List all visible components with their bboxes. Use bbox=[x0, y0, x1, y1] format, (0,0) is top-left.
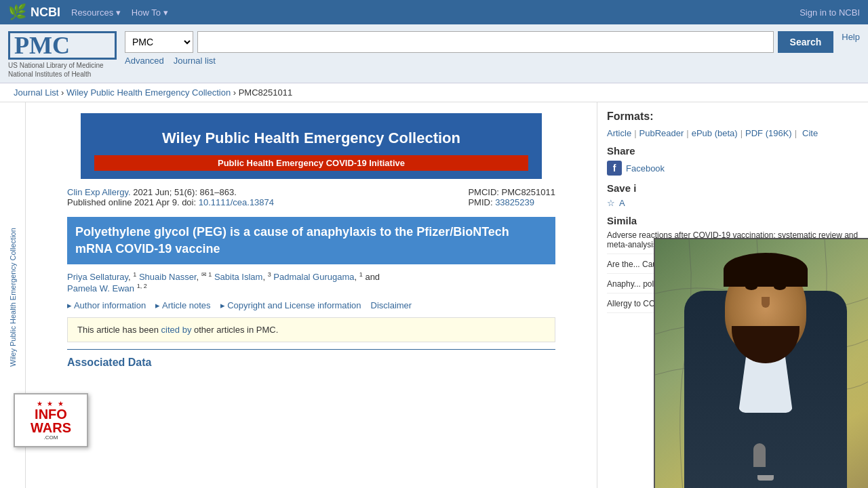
logo-subtitle: US National Library of Medicine National… bbox=[8, 61, 117, 79]
formats-label: Formats: bbox=[607, 110, 859, 123]
cited-by-link[interactable]: cited by bbox=[161, 325, 192, 335]
format-cite-link[interactable]: Cite bbox=[802, 128, 818, 138]
infowars-wars-text: WARS bbox=[31, 421, 71, 434]
share-facebook[interactable]: f Facebook bbox=[607, 161, 859, 176]
share-label: Share bbox=[607, 145, 859, 157]
author-priya[interactable]: Priya Sellaturay bbox=[67, 272, 128, 283]
formats-links: Article | PubReader | ePub (beta) | PDF … bbox=[607, 128, 859, 138]
save-label: Save i bbox=[607, 182, 859, 194]
author-padmalal[interactable]: Padmalal Gurugama bbox=[273, 272, 354, 283]
format-article-link[interactable]: Article bbox=[607, 128, 631, 138]
format-pubreader-link[interactable]: PubReader bbox=[639, 128, 684, 138]
facebook-icon: f bbox=[607, 161, 622, 176]
journal-list-link[interactable]: Journal list bbox=[174, 56, 216, 66]
site-header: PMC US National Library of Medicine Nati… bbox=[0, 24, 868, 83]
right-sidebar: Formats: Article | PubReader | ePub (bet… bbox=[597, 102, 868, 488]
author-list-1: Priya Sellaturay, 1 Shuaib Nasser, ✉ 1 S… bbox=[67, 271, 555, 282]
advanced-search-link[interactable]: Advanced bbox=[125, 56, 164, 66]
format-pdf-link[interactable]: PDF (196K) bbox=[745, 128, 792, 138]
ncbi-leaf-icon: 🌿 bbox=[8, 3, 26, 21]
article-metadata: Clin Exp Allergy. 2021 Jun; 51(6): 861–8… bbox=[67, 187, 555, 207]
associated-data-heading: Associated Data bbox=[67, 357, 555, 369]
article-content: Wiley Public Health Emergency Collection… bbox=[26, 102, 597, 488]
infowars-com-text: .COM bbox=[44, 434, 58, 441]
similar-articles-label: Simila bbox=[607, 215, 859, 226]
help-link[interactable]: Help bbox=[842, 32, 860, 42]
article-title: Polyethylene glycol (PEG) is a cause of … bbox=[67, 217, 555, 264]
authors: Priya Sellaturay, 1 Shuaib Nasser, ✉ 1 S… bbox=[67, 271, 555, 293]
article-links: Author information Article notes Copyrig… bbox=[67, 300, 555, 310]
logo-area: PMC US National Library of Medicine Nati… bbox=[8, 31, 117, 79]
infowars-info-text: INFO bbox=[35, 407, 67, 421]
main-content: Wiley Public Health Emergency Collection… bbox=[0, 102, 868, 488]
video-background bbox=[655, 239, 868, 488]
article-citation: Clin Exp Allergy. 2021 Jun; 51(6): 861–8… bbox=[67, 187, 274, 207]
ncbi-logo: 🌿 NCBI bbox=[8, 3, 60, 21]
author-sabita[interactable]: Sabita Islam bbox=[214, 272, 263, 283]
author-pamela[interactable]: Pamela W. Ewan bbox=[67, 283, 134, 293]
breadcrumb-pmcid: PMC8251011 bbox=[239, 87, 293, 98]
star-icon: ☆ bbox=[607, 198, 615, 208]
breadcrumb: Journal List › Wiley Public Health Emerg… bbox=[0, 83, 868, 102]
resources-nav[interactable]: Resources ▾ bbox=[71, 7, 121, 18]
article-notes-link[interactable]: Article notes bbox=[155, 300, 210, 310]
copyright-link[interactable]: Copyright and License information bbox=[220, 300, 361, 310]
sign-in-link[interactable]: Sign in to NCBI bbox=[800, 7, 860, 18]
journal-header-title: Wiley Public Health Emergency Collection bbox=[94, 129, 528, 147]
howto-nav[interactable]: How To ▾ bbox=[132, 7, 168, 18]
journal-header-image: Wiley Public Health Emergency Collection… bbox=[81, 113, 542, 179]
search-area: PMC PubMed Nucleotide Search Advanced Jo… bbox=[125, 31, 833, 66]
save-button[interactable]: ☆ A bbox=[607, 198, 859, 208]
infowars-logo-overlay: ★ ★ ★ INFO WARS .COM bbox=[14, 393, 88, 447]
doi-link[interactable]: 10.1111/cea.13874 bbox=[199, 197, 274, 207]
search-button[interactable]: Search bbox=[778, 31, 834, 53]
disclaimer-link[interactable]: Disclaimer bbox=[371, 300, 412, 310]
database-select[interactable]: PMC PubMed Nucleotide bbox=[125, 31, 193, 53]
search-input[interactable] bbox=[197, 31, 774, 53]
journal-abbr-link[interactable]: Clin Exp Allergy. bbox=[67, 187, 131, 197]
breadcrumb-journal-list[interactable]: Journal List bbox=[14, 87, 58, 98]
covid-banner: Public Health Emergency COVID-19 Initiat… bbox=[94, 155, 528, 171]
format-epub-link[interactable]: ePub (beta) bbox=[692, 128, 738, 138]
author-shuaib[interactable]: Shuaib Nasser bbox=[139, 272, 197, 283]
pmc-logo: PMC bbox=[8, 31, 117, 60]
cited-notice: This article has been cited by other art… bbox=[67, 317, 555, 342]
video-overlay[interactable] bbox=[654, 238, 868, 488]
author-info-link[interactable]: Author information bbox=[67, 300, 146, 310]
top-navigation: 🌿 NCBI Resources ▾ How To ▾ Sign in to N… bbox=[0, 0, 868, 24]
breadcrumb-collection[interactable]: Wiley Public Health Emergency Collection bbox=[66, 87, 231, 98]
pmid-link[interactable]: 33825239 bbox=[495, 197, 534, 207]
sidebar-collection-tab: Wiley Public Health Emergency Collection bbox=[9, 231, 17, 367]
author-list-2: Pamela W. Ewan 1, 2 bbox=[67, 283, 555, 293]
article-ids: PMCID: PMC8251011 PMID: 33825239 bbox=[468, 187, 555, 207]
